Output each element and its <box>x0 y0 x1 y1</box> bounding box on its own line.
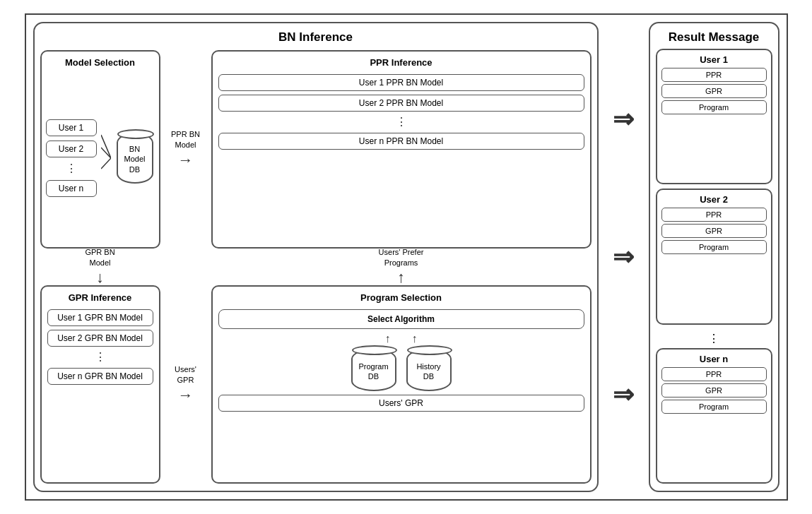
hist-cyl-label: HistoryDB <box>416 361 440 382</box>
select-algorithm-box: Select Algorithm <box>218 309 584 329</box>
result-u2-gpr: GPR <box>661 224 767 238</box>
result-user-1-items: PPR GPR Program <box>661 68 767 114</box>
bn-bottom-row: GPR Inference User 1 GPR BN Model User 2… <box>40 285 592 484</box>
result-u1-gpr: GPR <box>661 84 767 98</box>
cylinder-label: BNModelDB <box>124 144 146 174</box>
ppr-item-1: User 1 PPR BN Model <box>218 74 584 91</box>
users-gpr-arrow-block: Users'GPR → <box>160 285 211 484</box>
result-user-n-items: PPR GPR Program <box>661 367 767 414</box>
svg-line-0 <box>101 135 111 158</box>
model-selection-box: Model Selection User 1 User 2 ⋮ User n <box>40 50 160 249</box>
bn-top-row: Model Selection User 1 User 2 ⋮ User n <box>40 50 592 249</box>
ppr-item-2: User 2 PPR BN Model <box>218 95 584 112</box>
svg-line-2 <box>101 158 111 169</box>
dots-ms: ⋮ <box>46 162 97 176</box>
result-user-1-title: User 1 <box>661 54 767 65</box>
gpr-item-n: User n GPR BN Model <box>47 368 153 385</box>
result-user-1-box: User 1 PPR GPR Program <box>656 49 772 184</box>
result-u2-ppr: PPR <box>661 208 767 222</box>
result-u1-prog: Program <box>661 100 767 114</box>
gpr-inference-title: GPR Inference <box>47 292 153 303</box>
user-n-item: User n <box>46 180 97 197</box>
gpr-item-2: User 2 GPR BN Model <box>47 330 153 347</box>
ppr-bn-arrow-block: PPR BNModel → <box>160 50 211 249</box>
result-message-section: Result Message User 1 PPR GPR Program Us… <box>649 22 779 492</box>
result-user-2-items: PPR GPR Program <box>661 208 767 254</box>
gpr-inference-box: GPR Inference User 1 GPR BN Model User 2… <box>40 285 160 484</box>
main-border: BN Inference Model Selection User 1 User… <box>25 13 788 501</box>
connection-lines-svg <box>101 126 111 190</box>
prog-cyl-shape: ProgramDB <box>351 349 396 391</box>
user-2-item: User 2 <box>46 141 97 157</box>
right-arrow-gpr: → <box>178 386 194 405</box>
big-arrow-bot: ⇒ <box>613 380 634 410</box>
cylinder-top-ellipse <box>117 129 154 139</box>
gpr-bn-label: GPR BNModel <box>85 247 114 268</box>
prog-db-arrow: ↑ <box>385 333 391 345</box>
users-column: User 1 User 2 ⋮ User n <box>46 119 97 197</box>
ppr-inference-box: PPR Inference User 1 PPR BN Model User 2… <box>211 50 592 249</box>
ppr-item-n: User n PPR BN Model <box>218 133 584 150</box>
ppr-bn-label: PPR BNModel <box>171 129 200 150</box>
big-arrow-top: ⇒ <box>613 104 634 134</box>
prog-cyl-top <box>352 345 397 355</box>
right-arrow-ppr: → <box>178 151 194 169</box>
result-u1-ppr: PPR <box>661 68 767 82</box>
hist-cyl-top <box>407 345 452 355</box>
user-1-item: User 1 <box>46 119 97 136</box>
result-arrows-col: ⇒ ⇒ ⇒ <box>604 22 643 492</box>
prog-cyl-label: ProgramDB <box>358 361 388 382</box>
gpr-dots: ⋮ <box>47 350 153 364</box>
outer-wrapper: BN Inference Model Selection User 1 User… <box>0 0 812 514</box>
program-db-cylinder: ProgramDB <box>351 349 396 391</box>
users-prefer-v-arrow: Users' PreferPrograms ↑ <box>211 247 592 287</box>
result-user-2-box: User 2 PPR GPR Program <box>656 189 772 324</box>
result-un-ppr: PPR <box>661 367 767 381</box>
result-dots: ⋮ <box>656 329 772 348</box>
svg-line-1 <box>101 148 111 158</box>
hist-cyl-shape: HistoryDB <box>406 349 452 391</box>
result-user-n-title: User n <box>661 354 767 364</box>
result-user-2-title: User 2 <box>661 194 767 205</box>
model-selection-title: Model Selection <box>46 57 155 68</box>
down-arrow-gpr: ↓ <box>96 268 104 287</box>
program-selection-title: Program Selection <box>218 292 584 303</box>
db-row: ProgramDB HistoryDB <box>218 349 584 391</box>
bn-inference-title: BN Inference <box>40 30 592 44</box>
users-prefer-label: Users' PreferPrograms <box>379 247 424 268</box>
result-message-title: Result Message <box>656 30 772 44</box>
program-selection-box: Program Selection Select Algorithm ↑ ↑ <box>211 285 592 484</box>
gpr-item-1: User 1 GPR BN Model <box>47 309 153 326</box>
middle-arrow-row: GPR BNModel ↓ Users' PreferPrograms ↑ <box>40 249 592 285</box>
big-arrow-mid: ⇒ <box>613 242 634 272</box>
result-user-n-box: User n PPR GPR Program <box>656 348 772 484</box>
result-un-prog: Program <box>661 400 767 414</box>
gpr-bn-v-arrow: GPR BNModel ↓ <box>40 247 160 287</box>
users-gpr-bottom: Users' GPR <box>218 395 584 412</box>
ppr-inference-title: PPR Inference <box>218 57 584 68</box>
model-inner: User 1 User 2 ⋮ User n <box>46 74 155 241</box>
cylinder-shape: BNModelDB <box>117 133 153 184</box>
bn-db-cylinder: BNModelDB <box>115 133 155 184</box>
lines-area <box>101 74 111 241</box>
hist-db-arrow: ↑ <box>412 333 418 345</box>
ppr-dots: ⋮ <box>218 115 584 129</box>
bn-inference-section: BN Inference Model Selection User 1 User… <box>33 22 599 492</box>
history-db-cylinder: HistoryDB <box>406 349 452 391</box>
users-gpr-label: Users'GPR <box>175 364 196 385</box>
up-arrow-users-prefer: ↑ <box>397 268 405 287</box>
result-u2-prog: Program <box>661 240 767 254</box>
db-arrows-row: ↑ ↑ <box>218 333 584 345</box>
result-un-gpr: GPR <box>661 383 767 398</box>
